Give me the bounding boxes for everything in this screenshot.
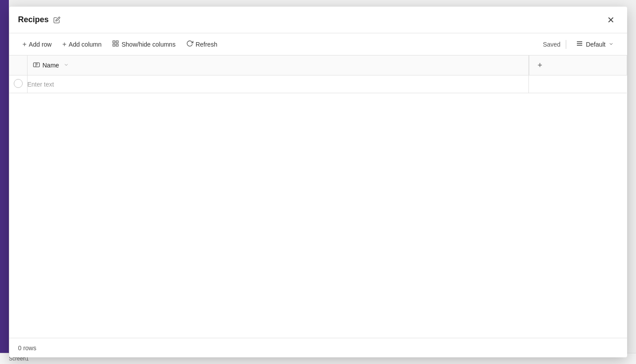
enter-text-placeholder: Enter text — [28, 81, 54, 88]
modal-title: Recipes — [18, 15, 49, 24]
row-count: 0 rows — [18, 344, 36, 352]
add-column-header-button[interactable]: + — [529, 55, 550, 75]
refresh-label: Refresh — [196, 41, 217, 48]
toolbar: + Add row + Add column Show/hide columns — [9, 33, 627, 55]
name-column-label: Name — [43, 62, 59, 69]
refresh-icon — [186, 40, 193, 49]
add-column-button[interactable]: + Add column — [58, 38, 106, 51]
refresh-button[interactable]: Refresh — [182, 37, 222, 51]
data-table: Name + — [9, 55, 627, 93]
add-row-button[interactable]: + Add row — [18, 38, 56, 51]
saved-status: Saved — [543, 41, 560, 48]
add-column-icon: + — [62, 40, 66, 48]
add-column-label: Add column — [69, 41, 102, 48]
row-select-header — [9, 55, 28, 75]
modal-footer: 0 rows — [9, 338, 627, 357]
default-view-label: Default — [586, 41, 605, 48]
sidebar — [0, 0, 9, 364]
add-col-cell — [529, 75, 627, 93]
add-column-header: + — [529, 55, 627, 75]
svg-rect-2 — [113, 44, 115, 46]
edit-icon[interactable] — [53, 16, 60, 24]
svg-rect-1 — [116, 41, 119, 43]
default-view-button[interactable]: Default — [572, 38, 618, 51]
modal-dialog: Recipes ✕ + Add row + Add column — [9, 7, 627, 357]
name-column-header-content: Name — [28, 57, 529, 74]
toolbar-left: + Add row + Add column Show/hide columns — [18, 37, 222, 51]
modal-header: Recipes ✕ — [9, 7, 627, 33]
table-area: Name + — [9, 55, 627, 338]
show-hide-icon — [112, 40, 119, 49]
toolbar-right: Saved Default — [543, 38, 618, 51]
close-button[interactable]: ✕ — [604, 13, 618, 27]
sort-icon[interactable] — [64, 62, 69, 69]
svg-rect-0 — [113, 41, 115, 43]
row-select-cell — [9, 75, 28, 93]
name-column-header[interactable]: Name — [27, 55, 529, 75]
name-col-type-icon — [33, 62, 40, 69]
add-row-icon: + — [23, 40, 27, 48]
column-resize-handle[interactable] — [172, 75, 173, 338]
show-hide-columns-button[interactable]: Show/hide columns — [108, 37, 180, 51]
header-left: Recipes — [18, 15, 60, 24]
name-cell[interactable]: Enter text — [27, 75, 529, 93]
svg-rect-3 — [116, 44, 119, 46]
toolbar-divider — [566, 40, 566, 49]
chevron-down-icon — [608, 41, 614, 48]
show-hide-columns-label: Show/hide columns — [121, 41, 175, 48]
view-lines-icon — [576, 40, 583, 48]
row-checkbox[interactable] — [14, 79, 23, 88]
table-row: Enter text — [9, 75, 627, 93]
add-row-label: Add row — [29, 41, 52, 48]
